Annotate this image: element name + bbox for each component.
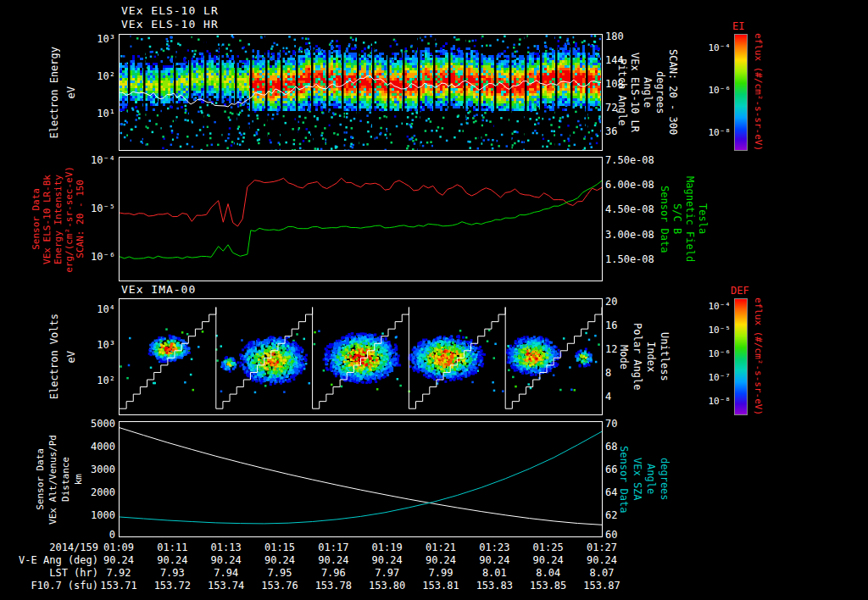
time-tick-label: 01:19: [360, 542, 415, 553]
panel3-colorbar-unit-text: eflux (#/cm²-s-sr-eV): [753, 297, 764, 415]
panel1-ylabel-text: Electron Energy: [48, 47, 60, 138]
panel4-rlabel-3-text: degrees: [659, 458, 670, 501]
panel1-title-hr: VEx ELS-10 HR: [121, 18, 219, 31]
panel2-rlabel-2-text: Magnetic Field: [684, 176, 696, 262]
ancillary-value: 7.96: [306, 567, 360, 579]
panel4-ytick-4: 1000: [81, 509, 115, 521]
time-tick-label: 01:17: [306, 542, 360, 553]
panel4-rtick-0: 70: [605, 418, 617, 430]
panel4-ytick-0: 5000: [81, 418, 115, 430]
panel4-ytick-2: 3000: [81, 464, 115, 475]
panel2-ytick-1: 10⁻⁵: [81, 203, 115, 214]
panel1-colorbar-unit: eflux (#/cm²-s-sr-eV): [751, 31, 765, 154]
ancillary-value: 8.07: [575, 567, 629, 579]
panel1-title-lr: VEx ELS-10 LR: [121, 4, 219, 17]
panel1-rlabel-0-text: Pitch Angle: [616, 58, 628, 125]
ancillary-value: 7.94: [199, 567, 253, 579]
panel3-ytick-2: 10²: [81, 375, 115, 386]
panel3-rlabel-0-text: Mode: [618, 345, 630, 369]
panel2-llabel-3: erg/(cm²-sr-sec-eV): [64, 157, 75, 281]
lst-row: LST (hr) 7.927.937.947.957.967.977.998.0…: [0, 567, 868, 579]
panel3-title: VEx IMA-00: [121, 283, 196, 296]
ancillary-value: 8.01: [467, 567, 521, 579]
panel3-cbar-tick-3: 10⁻⁷: [683, 372, 731, 384]
ancillary-value: 153.78: [306, 580, 360, 592]
panel1-rlabel-1: VEx ELS-10 LR: [628, 34, 641, 151]
panel3-rlabel-1-text: Polar Angle: [632, 323, 643, 390]
panel4-rlabel-1-text: VEx SZA: [632, 458, 643, 501]
panel4-rlabel-2: Angle: [644, 421, 658, 537]
panel2-rlabel-1-text: S/C B: [671, 203, 683, 234]
ancillary-value: 153.85: [521, 580, 576, 592]
panel4-llabel-0-text: Sensor Data: [35, 448, 46, 510]
ancillary-value: 8.04: [521, 567, 576, 579]
date-label: 2014/159: [3, 542, 98, 553]
panel1-rlabel-4-text: SCAN: 20 - 300: [667, 49, 679, 135]
time-tick-label: 01:13: [199, 542, 253, 553]
ancillary-value: 7.99: [414, 567, 468, 579]
time-tick-label: 01:27: [575, 542, 629, 553]
panel4-rtick-2: 66: [605, 464, 617, 475]
panel3-yunit-text: eV: [65, 351, 77, 363]
ancillary-value: 7.97: [360, 567, 415, 579]
panel1-ytick-0: 10³: [81, 33, 115, 45]
ancillary-value: 90.24: [199, 554, 253, 566]
panel2-rtick-0: 7.50e-08: [605, 154, 654, 166]
ancillary-value: 90.24: [575, 554, 629, 566]
panel2-llabel-4-text: SCAN: 20 - 150: [75, 180, 86, 258]
intensity-bfield-chart: [120, 158, 602, 281]
panel1-rlabel-0: Pitch Angle: [615, 34, 628, 151]
panel3-ylabel: Electron Volts: [47, 298, 61, 415]
panel4-rtick-4: 62: [605, 509, 617, 521]
ancillary-value: 90.24: [306, 554, 360, 566]
panel2-llabel-0: Sensor Data: [31, 157, 42, 281]
series-Sensor Data S/C B Magnetic Field (1e-8 Tesla): [120, 181, 602, 258]
panel3-rlabel-0: Mode: [617, 298, 631, 415]
intensity-bfield-frame: [119, 157, 603, 281]
ancillary-value: 90.24: [467, 554, 521, 566]
panel4-ytick-3: 2000: [81, 486, 115, 498]
panel1-yunit: eV: [64, 34, 78, 151]
panel3-rlabel-3-text: Unitless: [659, 332, 670, 381]
panel3-rtick-2: 12: [605, 343, 617, 355]
panel1-cbar-tick-2: 10⁻⁸: [683, 127, 731, 139]
lst-row-label: LST (hr): [3, 567, 98, 579]
panel4-llabel-1-text: VEx Alt/Venus/Pd: [47, 435, 58, 525]
panel2-rlabel-2: Magnetic Field: [683, 157, 696, 281]
ancillary-value: 90.24: [145, 554, 199, 566]
panel4-rlabel-0: Sensor Data: [617, 421, 631, 537]
ancillary-value: 7.92: [92, 567, 146, 579]
panel2-llabel-2-text: Energy Intensity: [53, 175, 64, 264]
panel1-rlabel-3: degrees: [654, 34, 666, 151]
panel1-rlabel-1-text: VEx ELS-10 LR: [629, 53, 641, 132]
panel2-llabel-0-text: Sensor Data: [31, 188, 42, 250]
panel4-llabel-1: VEx Alt/Venus/Pd: [47, 421, 59, 537]
panel3-ytick-1: 10³: [81, 339, 115, 351]
panel2-rtick-1: 6.00e-08: [605, 179, 654, 191]
panel3-rlabel-3: Unitless: [658, 298, 671, 415]
panel2-ytick-0: 10⁻⁴: [81, 154, 115, 166]
panel1-ytick-1: 10²: [81, 70, 115, 82]
ve-angle-row-label: V-E Ang (deg): [3, 554, 98, 566]
panel4-rlabel-1: VEx SZA: [631, 421, 644, 537]
panel4-ytick-1: 4000: [81, 441, 115, 453]
time-tick-label: 01:23: [467, 542, 521, 553]
ancillary-value: 153.81: [414, 580, 468, 592]
panel4-rtick-5: 60: [605, 529, 617, 541]
ima-spectrogram-frame: [119, 298, 603, 415]
ancillary-value: 90.24: [414, 554, 468, 566]
ve-angle-row: V-E Ang (deg) 90.2490.2490.2490.2490.249…: [0, 554, 868, 566]
panel2-rlabel-3: Tesla: [696, 157, 709, 281]
ima-spectrogram-canvas: [120, 299, 602, 414]
panel3-colorbar-unit: eflux (#/cm²-s-sr-eV): [751, 295, 765, 419]
panel4-llabel-0: Sensor Data: [34, 421, 47, 537]
series-VEx ELS-10 LR-Bk Energy Intensity (log10 erg/cm²-sr-sec-eV): [120, 178, 602, 226]
panel3-rtick-4: 4: [605, 391, 611, 403]
panel2-rtick-4: 1.50e-08: [605, 253, 654, 265]
altitude-sza-chart: [120, 422, 602, 536]
panel1-rlabel-2-text: Angle: [642, 77, 654, 108]
panel3-rlabel-1: Polar Angle: [631, 298, 644, 415]
panel3-colorbar-title: DEF: [731, 285, 749, 297]
panel1-rlabel-2: Angle: [641, 34, 654, 151]
panel4-llabel-2-text: Distance: [60, 457, 71, 502]
